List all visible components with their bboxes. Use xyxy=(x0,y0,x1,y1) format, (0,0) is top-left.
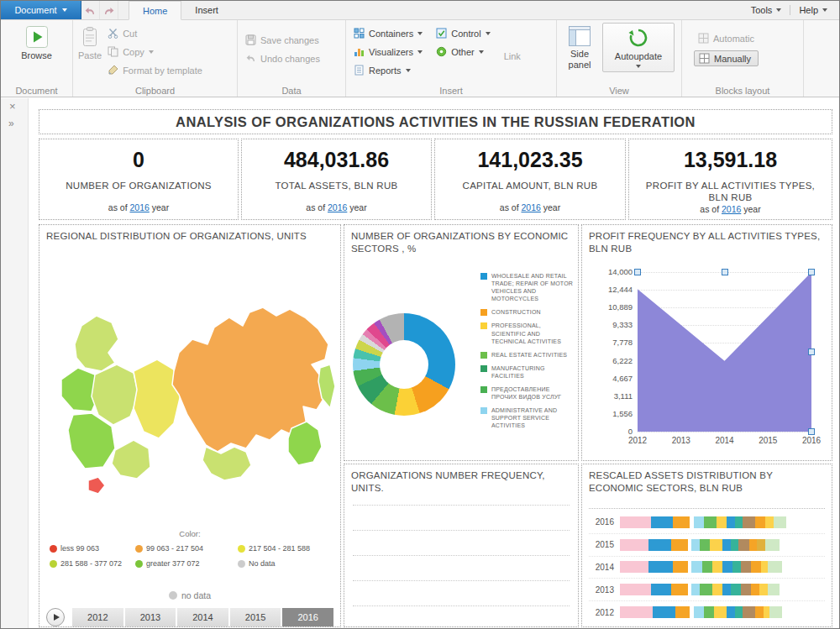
ribbon-group-view: Side panel Autoupdate View xyxy=(557,20,682,97)
map-region-south-siberia[interactable] xyxy=(202,447,251,480)
tab-home[interactable]: Home xyxy=(129,1,181,20)
timeline-year-2014[interactable]: 2014 xyxy=(177,608,228,626)
selection-handle[interactable] xyxy=(634,269,641,275)
map-panel-title: REGIONAL DISTRIBUTION OF ORGANIZATIONS, … xyxy=(39,225,340,243)
expand-panel-icon[interactable]: » xyxy=(8,118,14,128)
play-button[interactable] xyxy=(46,608,65,626)
help-menu-label: Help xyxy=(799,5,818,15)
ribbon-group-insert: Containers Visualizers Reports xyxy=(346,20,557,97)
selection-handle[interactable] xyxy=(808,349,815,355)
donut-legend-item: MANUFACTURING FACILITIES xyxy=(480,364,575,380)
bar-track[interactable] xyxy=(620,606,825,618)
bar-segment xyxy=(620,584,651,595)
bar-segment xyxy=(755,606,764,618)
bar-segment xyxy=(738,539,748,551)
bar-segment xyxy=(651,516,674,528)
bar-segment xyxy=(673,516,690,528)
undo-button[interactable] xyxy=(81,1,100,19)
y-axis-label: 12,444 xyxy=(608,286,633,294)
link-label: Link xyxy=(504,51,521,61)
kpi-year-link[interactable]: 2016 xyxy=(722,204,741,214)
donut-legend-item: WHOLESALE AND RETAIL TRADE; REPAIR OF MO… xyxy=(480,272,575,302)
tools-menu[interactable]: Tools xyxy=(751,5,782,15)
timeline-year-2012[interactable]: 2012 xyxy=(72,608,123,626)
containers-button[interactable]: Containers xyxy=(349,26,427,40)
donut-chart[interactable] xyxy=(353,313,455,416)
paste-button[interactable]: Paste xyxy=(76,23,103,65)
kpi-label: CAPITAL AMOUNT, BLN RUB xyxy=(463,180,598,191)
empty-gridline xyxy=(353,605,570,606)
side-panel-button[interactable]: Side panel xyxy=(560,23,599,73)
redo-button[interactable] xyxy=(100,1,118,19)
map-region-center-north[interactable] xyxy=(92,364,139,425)
ribbon-group-blocks-layout: Automatic Manually Blocks layout xyxy=(682,20,804,97)
save-changes-button[interactable]: Save changes xyxy=(241,33,324,47)
selection-handle[interactable] xyxy=(808,428,815,435)
map-region-far-east[interactable] xyxy=(288,422,322,465)
browse-button[interactable]: Browse xyxy=(19,23,54,65)
kpi-year-link[interactable]: 2016 xyxy=(521,202,540,212)
y-axis-label: 3,111 xyxy=(614,392,633,401)
kpi-year-link[interactable]: 2016 xyxy=(328,202,347,212)
legend-color-dot xyxy=(135,560,143,568)
close-icon[interactable]: × xyxy=(9,101,16,112)
control-label: Control xyxy=(451,29,480,39)
map-region-kola[interactable] xyxy=(75,316,118,371)
ribbon-group-data: Save changes Undo changes Data xyxy=(238,20,346,97)
timeline-year-2016[interactable]: 2016 xyxy=(282,608,333,626)
bar-segment xyxy=(673,561,687,573)
link-button[interactable]: Link xyxy=(500,50,525,63)
help-menu[interactable]: Help xyxy=(799,5,827,15)
visualizers-icon xyxy=(354,46,365,57)
map-region-crimea[interactable] xyxy=(88,477,105,494)
automatic-layout-button[interactable]: Automatic xyxy=(694,31,759,45)
copy-button[interactable]: Copy xyxy=(103,45,207,59)
legend-color-dot xyxy=(50,560,57,568)
control-button[interactable]: Control xyxy=(432,26,494,40)
cut-button[interactable]: Cut xyxy=(103,26,207,40)
bar-track[interactable] xyxy=(620,584,825,595)
bar-segment xyxy=(751,561,761,573)
selection-handle[interactable] xyxy=(808,269,815,275)
legend-color-dot xyxy=(50,545,57,553)
kpi-card: 13,591.18PROFIT BY ALL ACTIVITIES TYPES,… xyxy=(628,139,832,220)
area-series xyxy=(638,272,811,432)
map-region-south[interactable] xyxy=(112,440,150,479)
stacked-bar-row: 2016 xyxy=(589,511,825,534)
bar-segment xyxy=(704,516,717,528)
stacked-bar-row: 2014 xyxy=(589,557,825,579)
format-by-template-button[interactable]: Format by template xyxy=(103,63,207,77)
bar-track[interactable] xyxy=(620,516,825,528)
document-menu-button[interactable]: Document xyxy=(1,1,81,19)
legend-label: ADMINISTRATIVE AND SUPPORT SERVICE ACTIV… xyxy=(491,406,575,429)
manually-layout-button[interactable]: Manually xyxy=(694,50,759,66)
legend-label: MANUFACTURING FACILITIES xyxy=(491,364,575,380)
bar-track[interactable] xyxy=(620,561,825,573)
visualizers-button[interactable]: Visualizers xyxy=(349,45,427,59)
bar-segment xyxy=(620,561,648,573)
russia-choropleth-map[interactable] xyxy=(39,274,340,522)
selection-handle[interactable] xyxy=(722,269,728,275)
timeline-year-2013[interactable]: 2013 xyxy=(125,608,176,626)
legend-color-square xyxy=(480,273,487,280)
bar-segment xyxy=(694,606,704,618)
timeline-year-2015[interactable]: 2015 xyxy=(230,608,281,626)
bar-segment xyxy=(731,584,741,595)
stacked-bars-panel: RESCALED ASSETS DISTRIBUTION BY ECONOMIC… xyxy=(581,464,832,627)
reports-button[interactable]: Reports xyxy=(349,63,427,77)
autoupdate-label: Autoupdate xyxy=(615,51,662,62)
autoupdate-button[interactable]: Autoupdate xyxy=(602,23,675,72)
bar-track[interactable] xyxy=(620,539,825,551)
autoupdate-icon xyxy=(627,27,649,49)
chevron-down-icon xyxy=(62,8,67,12)
other-button[interactable]: Other xyxy=(432,45,494,59)
map-legend-item: 217 504 - 281 588 xyxy=(238,544,335,553)
undo-changes-button[interactable]: Undo changes xyxy=(241,51,324,66)
chevron-down-icon xyxy=(406,69,411,72)
bar-segment xyxy=(671,539,688,551)
kpi-year-link[interactable]: 2016 xyxy=(129,202,149,212)
area-plot[interactable] xyxy=(638,272,811,432)
bar-segment xyxy=(727,516,735,528)
legend-color-dot xyxy=(135,545,143,553)
tab-insert[interactable]: Insert xyxy=(181,1,232,19)
